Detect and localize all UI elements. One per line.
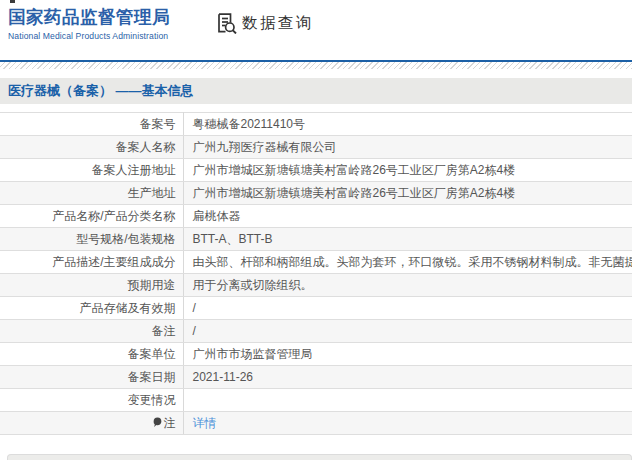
row-value (183, 389, 632, 412)
row-label: 生产地址 (0, 182, 183, 205)
logo-subtitle: National Medical Products Administration (8, 31, 170, 41)
row-label: 备案人注册地址 (0, 159, 183, 182)
table-row: 备注/ (0, 320, 632, 343)
row-value: 广州市增城区新塘镇塘美村富岭路26号工业区厂房第A2栋4楼 (183, 159, 632, 182)
row-value-text: 广州市市场监督管理局 (193, 347, 313, 361)
row-label-text: 备注 (152, 324, 176, 338)
row-label-text: 型号规格/包装规格 (76, 232, 175, 246)
row-label-text: 变更情况 (128, 393, 176, 407)
row-value: 2021-11-26 (183, 366, 632, 389)
row-label-text: 备案人注册地址 (92, 163, 176, 177)
row-label: 产品存储及有效期 (0, 297, 183, 320)
row-label: 变更情况 (0, 389, 183, 412)
section-title-bar: 医疗器械（备案） ——基本信息 (0, 78, 632, 104)
row-label: 备案单位 (0, 343, 183, 366)
row-value-text: 广州九翔医疗器械有限公司 (193, 140, 337, 154)
row-value: / (183, 297, 632, 320)
page: 国家药品监督管理局 National Medical Products Admi… (0, 0, 632, 460)
data-query-label: 数据查询 (242, 13, 314, 34)
spacer (0, 69, 632, 78)
spacer (0, 104, 632, 112)
row-value: 粤穗械备20211410号 (183, 113, 632, 136)
row-label: 预期用途 (0, 274, 183, 297)
row-value-text: / (193, 301, 196, 315)
row-label: 产品名称/产品分类名称 (0, 205, 183, 228)
row-value: 用于分离或切除组织。 (183, 274, 632, 297)
row-value: / (183, 320, 632, 343)
table-row: 变更情况 (0, 389, 632, 412)
row-label: 型号规格/包装规格 (0, 228, 183, 251)
row-value: 详情 (183, 412, 632, 435)
detail-link[interactable]: 详情 (193, 416, 217, 430)
row-value: 扁桃体器 (183, 205, 632, 228)
row-label-text: 备案日期 (128, 370, 176, 384)
table-row: 产品名称/产品分类名称扁桃体器 (0, 205, 632, 228)
table-row: 产品存储及有效期/ (0, 297, 632, 320)
site-header: 国家药品监督管理局 National Medical Products Admi… (0, 0, 632, 60)
row-value-text: 扁桃体器 (193, 209, 241, 223)
row-label-text: 备案单位 (128, 347, 176, 361)
table-row: 备案号粤穗械备20211410号 (0, 113, 632, 136)
row-label-text: 产品名称/产品分类名称 (52, 209, 175, 223)
row-label-text: 生产地址 (128, 186, 176, 200)
row-value: BTT-A、BTT-B (183, 228, 632, 251)
row-label: 注 (0, 412, 183, 435)
table-row: 预期用途用于分离或切除组织。 (0, 274, 632, 297)
footer-panel-edge (7, 454, 632, 460)
row-label-text: 备案号 (140, 117, 176, 131)
table-row: 产品描述/主要组成成分由头部、杆部和柄部组成。头部为套环，环口微锐。采用不锈钢材… (0, 251, 632, 274)
row-label: 备案人名称 (0, 136, 183, 159)
row-value-text: / (193, 324, 196, 338)
row-value-text: 用于分离或切除组织。 (193, 278, 313, 292)
table-row: 备案人注册地址广州市增城区新塘镇塘美村富岭路26号工业区厂房第A2栋4楼 (0, 159, 632, 182)
row-label: 备注 (0, 320, 183, 343)
row-value-text: BTT-A、BTT-B (193, 232, 273, 246)
window-edge-artifact (10, 0, 15, 3)
record-info-table: 备案号粤穗械备20211410号备案人名称广州九翔医疗器械有限公司备案人注册地址… (0, 112, 632, 435)
document-search-icon (216, 12, 237, 34)
row-value: 广州九翔医疗器械有限公司 (183, 136, 632, 159)
row-label-text: 预期用途 (128, 278, 176, 292)
table-row: 备案人名称广州九翔医疗器械有限公司 (0, 136, 632, 159)
row-label: 产品描述/主要组成成分 (0, 251, 183, 274)
row-value-text: 粤穗械备20211410号 (193, 117, 306, 131)
table-row: 生产地址广州市增城区新塘镇塘美村富岭路26号工业区厂房第A2栋4楼 (0, 182, 632, 205)
table-row: 备案日期2021-11-26 (0, 366, 632, 389)
logo-title: 国家药品监督管理局 (8, 7, 170, 28)
table-row: 注详情 (0, 412, 632, 435)
row-label-text: 产品描述/主要组成成分 (52, 255, 175, 269)
row-value-text: 广州市增城区新塘镇塘美村富岭路26号工业区厂房第A2栋4楼 (193, 186, 516, 200)
data-query-nav[interactable]: 数据查询 (216, 12, 314, 34)
row-value-text: 2021-11-26 (193, 370, 254, 384)
row-label-text: 注 (164, 416, 176, 430)
row-value-text: 由头部、杆部和柄部组成。头部为套环，环口微锐。采用不锈钢材料制成。非无菌提供。 (193, 255, 632, 269)
row-value: 广州市增城区新塘镇塘美村富岭路26号工业区厂房第A2栋4楼 (183, 182, 632, 205)
balloon-note-icon (153, 417, 162, 428)
row-label-text: 产品存储及有效期 (80, 301, 176, 315)
hatch-stripe-band (0, 62, 632, 69)
row-value: 广州市市场监督管理局 (183, 343, 632, 366)
nmpa-logo: 国家药品监督管理局 National Medical Products Admi… (8, 7, 170, 41)
section-title: 医疗器械（备案） ——基本信息 (8, 82, 194, 100)
row-label: 备案号 (0, 113, 183, 136)
row-label: 备案日期 (0, 366, 183, 389)
row-label-text: 备案人名称 (116, 140, 176, 154)
row-value: 由头部、杆部和柄部组成。头部为套环，环口微锐。采用不锈钢材料制成。非无菌提供。 (183, 251, 632, 274)
table-row: 型号规格/包装规格BTT-A、BTT-B (0, 228, 632, 251)
table-row: 备案单位广州市市场监督管理局 (0, 343, 632, 366)
row-value-text: 广州市增城区新塘镇塘美村富岭路26号工业区厂房第A2栋4楼 (193, 163, 516, 177)
